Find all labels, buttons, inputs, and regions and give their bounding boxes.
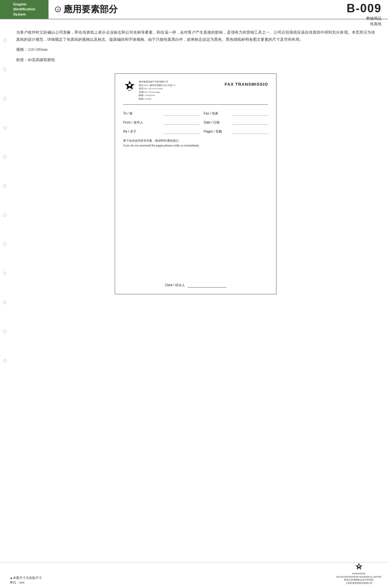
fax-pages-line [233,129,268,134]
spine-hole [3,126,6,129]
spine-hole [3,330,6,333]
company-fax-num: 传真FAX: 0574114mm [139,91,175,94]
description-paragraph: 当客户收件时立刻确认公司形象，即在传真纸上表示企业标志和公司名称等要素，和信笺一… [16,29,375,43]
fax-pages-label: Pages / 页数 [204,129,233,134]
fax-field-row-to: To / 致 Fax / 传真 [123,111,268,116]
footer-unit-note: 单位：mm [10,580,42,585]
fax-from-line [164,120,199,125]
page-body: 当客户收件时立刻确认公司形象，即在传真纸上表示企业标志和公司名称等要素，和信笺一… [0,19,388,362]
page-code: B-009 [347,2,382,15]
company-name: 滁州海望房地产开发有限公司 [139,80,175,84]
fax-from-label: From / 发件人 [123,120,162,125]
fax-clerk-label: Clerk / 经办人 [165,283,185,288]
main-content: 当客户收件时立刻确认公司形象，即在传真纸上表示企业标志和公司名称等要素，和信笺一… [10,19,388,362]
fax-fax-label: Fax / 传真 [204,111,233,116]
v1-badge: V1 视觉形象识别系统 [334,0,382,0]
fax-preview-wrapper: 融创 滁州海望房地产开发有限公司 地址ADD: 滁州市琅琊区太仆大道716 电话… [16,73,375,294]
fax-logo-area: 融创 滁州海望房地产开发有限公司 地址ADD: 滁州市琅琊区太仆大道716 电话… [123,80,175,101]
fax-field-row-re: Re / 关于 Pages / 页数 [123,129,268,134]
v1-logo: V1 [334,0,343,0]
fax-star-logo-icon: 融创 [123,80,136,93]
footer-company-name: KONGHONG INTLIM ENTERPRISE RESEARCH LIMI… [336,572,382,585]
fax-transmit-title: FAX TRANSMISSIO [225,82,268,87]
fax-note-en: If you do not receiveall the pages,pleas… [123,144,268,147]
footer-star-icon [354,562,363,572]
logo-text: Graphic Identification System [13,2,35,17]
svg-text:融创: 融创 [128,90,131,92]
fax-re-label: Re / 关于 [123,129,162,134]
spine [0,19,10,362]
spine-hole [3,184,6,188]
svg-point-1 [128,84,131,86]
spine-hole [3,155,6,158]
spine-hole [3,243,6,246]
spine-hole [3,213,6,217]
fax-document-header: 融创 滁州海望房地产开发有限公司 地址ADD: 滁州市琅琊区太仆大道716 电话… [123,80,268,105]
title-circle-icon: ◎ [55,6,61,12]
fax-body-area [123,147,268,270]
fax-clerk-line [188,283,226,288]
fax-fax-line [233,111,268,116]
spine-hole [3,301,6,304]
description-block: 当客户收件时立刻确认公司形象，即在传真纸上表示企业标志和公司名称等要素，和信笺一… [16,29,375,64]
company-code1: 邮编: 315058140 [139,94,175,97]
spine-hole [3,272,6,275]
logo-area: Graphic Identification System [0,0,48,19]
fax-date-line [233,120,268,125]
page-title-area: ◎ 應用要素部分 [48,0,297,19]
fax-field-row-from: From / 发件人 Date / 日期 [123,120,268,125]
fax-company-info: 滁州海望房地产开发有限公司 地址ADD: 滁州市琅琊区太仆大道716 电话TEL… [139,80,175,101]
page-title: 應用要素部分 [63,3,118,16]
top-header: Graphic Identification System ◎ 應用要素部分 V… [0,0,388,19]
fax-to-line [164,111,199,116]
company-address: 地址ADD: 滁州市琅琊区太仆大道716 [139,84,175,87]
footer-right: KONGHONG INTLIM ENTERPRISE RESEARCH LIMI… [336,562,382,585]
fax-re-line [164,129,199,134]
company-tel: 电话TEL: 0574-01122202 [139,87,175,91]
spine-hole [3,97,6,100]
spine-hole [3,68,6,71]
fax-date-label: Date / 日期 [204,120,233,125]
spine-hole [3,359,6,362]
fax-note-cn: 阁下如未收到所有页数，敬请即时通知我们。 [123,138,268,143]
fax-to-label: To / 致 [123,111,162,116]
spec-size: 规格：210×285mm [16,46,375,53]
footer-size-note: ▲本图尺寸为实际尺寸 [10,576,42,580]
spec-material: 材质：80克高级双胶纸 [16,56,375,64]
svg-point-4 [358,565,360,567]
fax-footer: Clerk / 经办人 [123,280,268,288]
fax-fields: To / 致 Fax / 传真 From / 发件人 Date / 日期 [123,111,268,147]
company-code2: 邮编: 315090 [139,97,175,101]
page-footer: ▲本图尺寸为实际尺寸 单位：mm KONGHONG INTLIM ENTERPR… [0,562,388,588]
fax-document: 融创 滁州海望房地产开发有限公司 地址ADD: 滁州市琅琊区太仆大道716 电话… [115,73,276,294]
right-header: V1 视觉形象识别系统 B-009 事物用品 传真纸 [297,0,388,19]
spine-hole [3,39,6,42]
footer-left: ▲本图尺寸为实际尺寸 单位：mm [10,576,42,585]
